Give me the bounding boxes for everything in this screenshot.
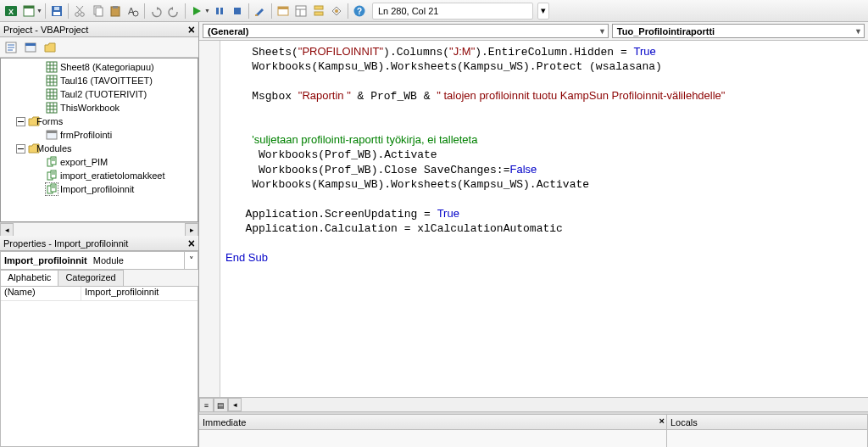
help-icon[interactable]: ? <box>351 3 368 20</box>
break-icon[interactable] <box>211 3 228 20</box>
svg-point-7 <box>75 12 80 16</box>
sheet-icon <box>46 61 58 73</box>
svg-text:X: X <box>8 8 14 16</box>
project-pane-title: Project - VBAProject × <box>0 22 198 37</box>
tree-item-label: Taul16 (TAVOITTEET) <box>60 75 153 86</box>
svg-rect-37 <box>47 62 57 72</box>
svg-rect-17 <box>216 8 219 14</box>
sheet-icon <box>46 88 58 100</box>
close-icon[interactable]: × <box>188 24 195 36</box>
module-icon <box>46 170 58 182</box>
svg-rect-3 <box>24 6 34 8</box>
tree-item[interactable]: Sheet8 (Kategoriapuu) <box>3 60 196 74</box>
tree-item-label: Import_profiloinnit <box>60 184 134 194</box>
svg-rect-20 <box>255 14 258 16</box>
module-icon <box>46 156 58 168</box>
svg-rect-22 <box>278 7 288 9</box>
tree-item-label: ThisWorkbook <box>60 103 120 113</box>
properties-window-icon[interactable] <box>292 3 309 20</box>
cursor-position: Ln 280, Col 21 <box>372 3 533 20</box>
tree-item[interactable]: Taul2 (TUOTERIVIT) <box>3 87 196 101</box>
svg-rect-60 <box>47 131 57 133</box>
tree-item[interactable]: Taul16 (TAVOITTEET) <box>3 74 196 87</box>
copy-icon[interactable] <box>89 3 106 20</box>
tree-item-label: import_eratietolomakkeet <box>60 170 165 181</box>
save-icon[interactable] <box>48 3 65 20</box>
full-view-icon[interactable]: ▤ <box>214 398 228 412</box>
sheet-icon <box>46 102 58 114</box>
tab-categorized[interactable]: Categorized <box>58 270 123 286</box>
tree-item-label: export_PIM <box>60 157 108 167</box>
procedure-view-icon[interactable]: ≡ <box>199 398 214 412</box>
locals-window[interactable]: Locals <box>667 415 868 447</box>
svg-rect-23 <box>296 6 306 16</box>
svg-rect-18 <box>220 8 223 14</box>
svg-rect-36 <box>25 43 36 46</box>
close-icon[interactable]: × <box>188 237 195 249</box>
svg-rect-42 <box>47 75 57 86</box>
tree-scrollbar-h[interactable]: ◂▸ <box>0 222 198 236</box>
svg-rect-52 <box>47 103 57 113</box>
main-toolbar: X ▼ A ▼ ? Ln 280, Col 21 ▾ <box>0 0 868 22</box>
tree-item[interactable]: Forms <box>3 115 196 128</box>
redo-icon[interactable] <box>165 3 182 20</box>
cut-icon[interactable] <box>71 3 88 20</box>
svg-rect-27 <box>314 12 323 15</box>
tree-item-label: Forms <box>36 116 63 126</box>
toolbox-icon[interactable] <box>328 3 345 20</box>
svg-point-28 <box>335 9 338 13</box>
view-object-icon[interactable] <box>22 39 39 56</box>
view-code-icon[interactable] <box>3 39 19 56</box>
excel-icon[interactable]: X <box>3 3 19 20</box>
paste-icon[interactable] <box>107 3 124 20</box>
svg-text:?: ? <box>357 7 362 16</box>
code-margin[interactable] <box>199 41 220 397</box>
toolbar-overflow[interactable]: ▾ <box>537 3 549 20</box>
properties-grid[interactable]: (Name)Import_profiloinnit <box>0 287 198 447</box>
tree-item-label: Taul2 (TUOTERIVIT) <box>60 89 147 99</box>
svg-rect-12 <box>96 8 103 16</box>
svg-rect-19 <box>234 8 241 14</box>
object-dropdown[interactable]: (General)▼ <box>203 24 609 38</box>
svg-rect-26 <box>314 6 323 9</box>
undo-icon[interactable] <box>147 3 164 20</box>
tree-item-label: Sheet8 (Kategoriapuu) <box>60 62 154 72</box>
tree-item[interactable]: frmProfilointi <box>3 128 196 142</box>
tab-alphabetic[interactable]: Alphabetic <box>0 270 58 286</box>
svg-rect-6 <box>54 7 59 10</box>
svg-point-8 <box>81 12 85 16</box>
svg-rect-47 <box>47 89 57 99</box>
object-browser-icon[interactable] <box>310 3 327 20</box>
module-icon <box>46 183 58 195</box>
close-icon[interactable]: × <box>659 416 664 426</box>
insert-dropdown-icon[interactable] <box>20 3 37 20</box>
tree-item[interactable]: Modules <box>3 142 196 155</box>
toggle-folders-icon[interactable] <box>42 39 58 56</box>
find-icon[interactable]: A <box>125 3 142 20</box>
sheet-icon <box>46 75 58 87</box>
project-explorer-icon[interactable] <box>275 3 292 20</box>
tree-item[interactable]: Import_profiloinnit <box>3 182 196 196</box>
tree-item[interactable]: ThisWorkbook <box>3 101 196 115</box>
minus-folder-icon <box>22 115 34 127</box>
run-icon[interactable] <box>188 3 205 20</box>
tree-item-label: frmProfilointi <box>60 130 112 140</box>
tree-item[interactable]: import_eratietolomakkeet <box>3 169 196 182</box>
tree-item-label: Modules <box>36 143 72 154</box>
design-mode-icon[interactable] <box>252 3 269 20</box>
tree-item[interactable]: export_PIM <box>3 155 196 169</box>
svg-rect-14 <box>113 6 118 8</box>
reset-icon[interactable] <box>229 3 246 20</box>
property-row[interactable]: (Name)Import_profiloinnit <box>1 287 198 301</box>
form-icon <box>46 129 58 141</box>
immediate-window[interactable]: Immediate × <box>199 415 667 447</box>
procedure-dropdown[interactable]: Tuo_Profilointiraportti▼ <box>612 24 865 38</box>
properties-pane-title: Properties - Import_profiloinnit × <box>0 236 198 251</box>
properties-object-selector[interactable]: Import_profiloinnit Module ˅ <box>0 251 198 270</box>
minus-folder-icon <box>22 142 34 154</box>
project-tree[interactable]: Sheet8 (Kategoriapuu)Taul16 (TAVOITTEET)… <box>0 58 198 222</box>
code-pane: (General)▼ Tuo_Profilointiraportti▼ Shee… <box>199 22 868 447</box>
code-editor[interactable]: Sheets("PROFILOINNIT").Columns("J:M").En… <box>220 41 868 397</box>
svg-line-9 <box>76 6 82 13</box>
properties-tabs: Alphabetic Categorized <box>0 270 198 287</box>
